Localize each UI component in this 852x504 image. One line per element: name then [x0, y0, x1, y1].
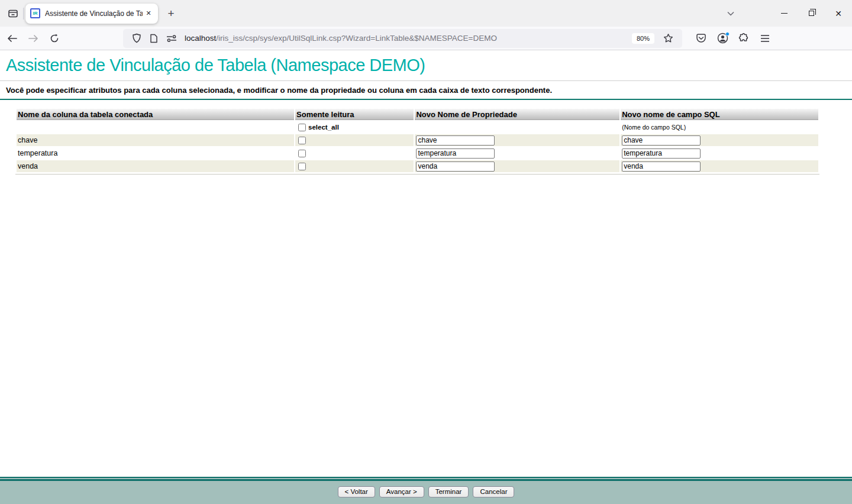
zoom-level-badge[interactable]: 80%: [632, 33, 654, 44]
forward-arrow-icon: [28, 34, 38, 43]
url-text[interactable]: localhost/iris_iss/csp/sys/exp/UtilSqlLi…: [185, 34, 632, 43]
readonly-checkbox[interactable]: [298, 163, 306, 170]
finish-wizard-button[interactable]: Terminar: [428, 486, 469, 497]
header-new-sql-field: Novo nome de campo SQL: [621, 109, 818, 120]
extensions-button[interactable]: [734, 29, 753, 48]
new-tab-button[interactable]: +: [163, 5, 179, 22]
property-name-input[interactable]: [416, 161, 495, 172]
tab-close-icon[interactable]: ✕: [143, 8, 154, 20]
bookmark-star-icon[interactable]: [663, 33, 673, 43]
back-button[interactable]: [2, 29, 21, 48]
table-row: temperatura: [17, 147, 818, 159]
url-bar[interactable]: localhost/iris_iss/csp/sys/exp/UtilSqlLi…: [123, 29, 682, 48]
header-column-name: Nome da coluna da tabela conectada: [17, 109, 294, 120]
firefox-view-icon: [7, 8, 19, 20]
navigation-toolbar: localhost/iris_iss/csp/sys/exp/UtilSqlLi…: [0, 27, 852, 50]
column-mapping-table: Nome da coluna da tabela conectada Somen…: [15, 108, 819, 173]
tab-title: Assistente de Vinculação de Tab: [45, 9, 143, 18]
sql-field-input[interactable]: [622, 148, 701, 159]
table-row: chave: [17, 134, 818, 146]
restore-icon: [809, 11, 814, 16]
chevron-down-icon: [727, 9, 735, 18]
firefox-view-button[interactable]: [4, 5, 22, 22]
url-path: /iris_iss/csp/sys/exp/UtilSqlLink.csp?Wi…: [216, 34, 497, 43]
select-all-label: select_all: [308, 124, 339, 131]
select-all-checkbox[interactable]: [298, 124, 306, 131]
close-window-button[interactable]: ✕: [825, 0, 852, 27]
hamburger-icon: [760, 34, 770, 43]
page-title: Assistente de Vinculação de Tabela (Name…: [6, 56, 852, 75]
pocket-button[interactable]: [692, 29, 711, 48]
table-bottom-border: [15, 174, 819, 175]
property-name-input[interactable]: [416, 135, 495, 146]
table-header-row: Nome da coluna da tabela conectada Somen…: [17, 109, 818, 120]
title-divider: [0, 80, 852, 81]
restore-button[interactable]: [798, 0, 825, 27]
reload-button[interactable]: [45, 29, 64, 48]
wizard-footer: < Voltar Avançar > Terminar Cancelar: [0, 476, 852, 504]
cancel-wizard-button[interactable]: Cancelar: [473, 486, 514, 497]
pocket-icon: [696, 33, 706, 44]
reload-icon: [50, 34, 59, 43]
table-body: chave temperatura venda: [17, 134, 818, 172]
back-arrow-icon: [7, 34, 17, 43]
sql-field-input[interactable]: [622, 161, 701, 172]
menu-button[interactable]: [756, 29, 774, 48]
table-row: venda: [17, 160, 818, 172]
puzzle-icon: [738, 33, 749, 44]
minimize-icon: [781, 13, 788, 14]
teal-divider: [0, 99, 852, 100]
url-host: localhost: [185, 34, 216, 43]
column-name-cell: chave: [17, 134, 294, 146]
readonly-checkbox[interactable]: [298, 150, 306, 157]
account-notification-dot: [725, 32, 730, 36]
sql-field-input[interactable]: [622, 135, 701, 146]
window-controls: ✕: [727, 0, 852, 27]
iris-favicon: IR: [30, 8, 40, 18]
page-content: Assistente de Vinculação de Tabela (Name…: [0, 50, 852, 476]
tab-bar: IR Assistente de Vinculação de Tab ✕ + ✕: [0, 0, 852, 27]
instruction-text: Você pode especificar atributos para cad…: [6, 86, 846, 95]
page-security-icon[interactable]: [150, 34, 158, 43]
readonly-checkbox[interactable]: [298, 137, 306, 144]
forward-button[interactable]: [24, 29, 43, 48]
browser-window: IR Assistente de Vinculação de Tab ✕ + ✕: [0, 0, 852, 504]
minimize-button[interactable]: [770, 0, 798, 27]
account-button[interactable]: [713, 29, 732, 48]
header-new-property: Novo Nome de Propriedade: [415, 109, 619, 120]
sql-field-note: (Nome do campo SQL): [622, 124, 686, 131]
browser-tab[interactable]: IR Assistente de Vinculação de Tab ✕: [25, 4, 158, 24]
list-all-tabs-button[interactable]: [727, 9, 735, 18]
tab-separator: [23, 8, 24, 20]
close-icon: ✕: [835, 9, 842, 18]
next-wizard-button[interactable]: Avançar >: [379, 486, 424, 497]
shield-icon[interactable]: [132, 33, 141, 43]
property-name-input[interactable]: [416, 148, 495, 159]
permissions-icon[interactable]: [166, 35, 177, 42]
column-name-cell: temperatura: [17, 147, 294, 159]
toolbar-right-icons: [690, 29, 776, 48]
back-wizard-button[interactable]: < Voltar: [338, 486, 375, 497]
select-all-row: select_all (Nome do campo SQL): [17, 121, 818, 133]
header-read-only: Somente leitura: [295, 109, 414, 120]
column-name-cell: venda: [17, 160, 294, 172]
